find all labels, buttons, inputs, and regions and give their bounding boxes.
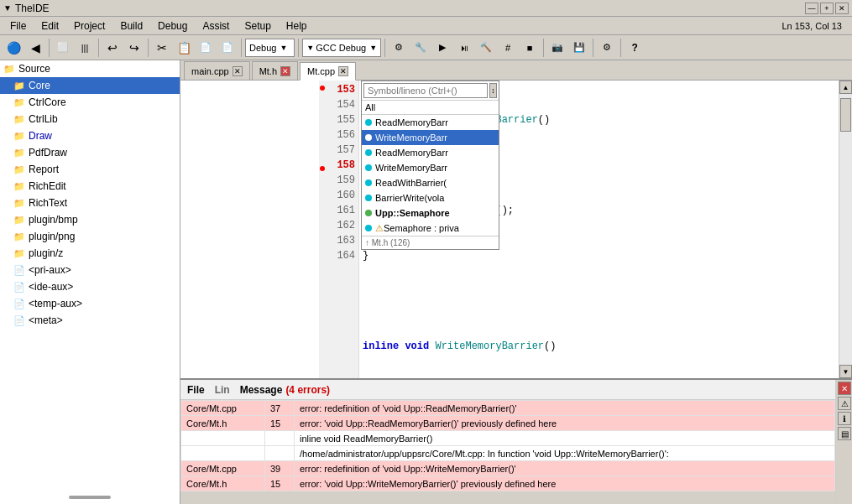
toolbar: 🔵 ◀ ⬜ ||| ↩ ↪ ✂ 📋 📄 📄 Debug ▼ ▼ GCC Debu…: [0, 35, 852, 60]
scroll-up-button[interactable]: ▲: [839, 81, 852, 94]
build-btn-5[interactable]: 🔨: [476, 38, 496, 58]
error-msg-0: error: redefinition of 'void Upp::ReadMe…: [295, 401, 835, 416]
info-file-0: [181, 431, 265, 446]
resize-handle[interactable]: [69, 496, 111, 499]
tree-item-pluginpng[interactable]: 📁 plugin/png: [0, 228, 180, 245]
info-button[interactable]: ℹ: [838, 412, 851, 425]
tree-item-priaux[interactable]: 📄 <pri-aux>: [0, 262, 180, 278]
title-bar-text: TheIDE: [15, 3, 50, 14]
scroll-down-button[interactable]: ▼: [839, 365, 852, 378]
marker-column: [319, 81, 326, 378]
tree-item-richtext[interactable]: 📁 RichText: [0, 195, 180, 211]
info-row-1[interactable]: /home/administrator/upp/uppsrc/Core/Mt.c…: [181, 446, 835, 461]
menu-assist[interactable]: Assist: [196, 18, 236, 34]
tab-mt-cpp[interactable]: Mt.cpp ✕: [300, 62, 356, 81]
tree-item-tempaux[interactable]: 📄 <temp-aux>: [0, 295, 180, 312]
error-row-2[interactable]: Core/Mt.cpp 39 error: redefinition of 'v…: [181, 461, 835, 476]
build-btn-6[interactable]: #: [498, 38, 518, 58]
ac-item-2[interactable]: ReadMemoryBarr: [362, 145, 499, 160]
ac-item-3[interactable]: WriteMemoryBarr: [362, 160, 499, 175]
tab-close-mt-h[interactable]: ✕: [280, 66, 290, 76]
tab-main-cpp[interactable]: main.cpp ✕: [184, 61, 250, 80]
ac-item-1[interactable]: WriteMemoryBarr: [362, 130, 499, 145]
tree-label-pluginbmp: plugin/bmp: [29, 214, 78, 226]
tb-separator-9: [620, 39, 621, 57]
tree-label-draw: Draw: [29, 130, 52, 142]
error-file-0: Core/Mt.cpp: [181, 401, 265, 416]
tab-mt-h[interactable]: Mt.h ✕: [252, 61, 298, 80]
build-btn-2[interactable]: 🔧: [410, 38, 431, 58]
ac-item-semaphore[interactable]: Upp::Semaphore: [362, 205, 499, 221]
line-numbers: 153 154 155 156 157 158 159 160 161 162 …: [326, 81, 359, 378]
info-msg-1: /home/administrator/upp/uppsrc/Core/Mt.c…: [295, 446, 835, 461]
tree-item-pdfdraw[interactable]: 📁 PdfDraw: [0, 144, 180, 161]
scroll-track[interactable]: [839, 94, 852, 365]
menu-build[interactable]: Build: [113, 18, 149, 34]
tree-item-core[interactable]: 📁 Core: [0, 77, 180, 94]
tb-icon-2[interactable]: |||: [75, 38, 95, 58]
build-btn-4[interactable]: ⏯: [454, 38, 474, 58]
menu-help[interactable]: Help: [280, 18, 314, 34]
help-btn[interactable]: ?: [625, 38, 645, 58]
ac-item-0[interactable]: ReadMemoryBarr: [362, 115, 499, 130]
editor-area: ↕ All ReadMemoryBarr WriteMemoryBarr: [180, 81, 852, 378]
build-btn-1[interactable]: ⚙: [389, 38, 409, 58]
undo-button[interactable]: ↩: [102, 38, 123, 58]
tree-item-draw[interactable]: 📁 Draw: [0, 127, 180, 144]
build-btn-7[interactable]: ■: [520, 38, 540, 58]
ac-header: ↕: [362, 81, 499, 101]
gcc-dropdown[interactable]: ▼ GCC Debug ▼: [302, 39, 381, 57]
cut-button[interactable]: ✂: [152, 38, 172, 58]
ac-sort-button[interactable]: ↕: [489, 83, 497, 98]
new-button[interactable]: 🔵: [3, 38, 24, 58]
build-btn-3[interactable]: ▶: [432, 38, 452, 58]
menu-debug[interactable]: Debug: [151, 18, 194, 34]
menu-file[interactable]: File: [3, 18, 33, 34]
menu-setup[interactable]: Setup: [238, 18, 277, 34]
build-btn-8[interactable]: 📷: [547, 38, 567, 58]
tree-item-meta[interactable]: 📄 <meta>: [0, 312, 180, 329]
back-button[interactable]: ◀: [25, 38, 45, 58]
debug-dropdown[interactable]: Debug ▼: [245, 39, 295, 57]
settings-btn[interactable]: ⚙: [597, 38, 617, 58]
tree-item-ctrllib[interactable]: 📁 CtrlLib: [0, 111, 180, 127]
close-button[interactable]: ✕: [835, 3, 849, 14]
tab-close-mt-cpp[interactable]: ✕: [338, 66, 348, 76]
build-btn-9[interactable]: 💾: [569, 38, 589, 58]
menu-project[interactable]: Project: [67, 18, 112, 34]
scroll-thumb[interactable]: [840, 98, 851, 132]
ac-search-input[interactable]: [363, 83, 488, 98]
tb-icon-1[interactable]: ⬜: [53, 38, 73, 58]
warning-button[interactable]: ⚠: [838, 397, 851, 410]
tree-item-pluginbmp[interactable]: 📁 plugin/bmp: [0, 211, 180, 228]
minimize-button[interactable]: —: [805, 3, 818, 14]
filter-button[interactable]: ▤: [838, 427, 851, 440]
paste-button[interactable]: 📄: [196, 38, 216, 58]
tb-icon-3[interactable]: 📄: [217, 38, 238, 58]
error-row-1[interactable]: Core/Mt.h 15 error: 'void Upp::ReadMemor…: [181, 416, 835, 431]
tree-item-pluginz[interactable]: 📁 plugin/z: [0, 245, 180, 262]
richtext-icon: 📁: [13, 198, 25, 209]
error-msg-3: error: 'void Upp::WriteMemoryBarrier()' …: [295, 476, 835, 491]
ac-item-5[interactable]: BarrierWrite(vola: [362, 190, 499, 205]
tree-item-ideaux[interactable]: 📄 <ide-aux>: [0, 278, 180, 295]
maximize-button[interactable]: +: [820, 3, 834, 14]
tree-item-source[interactable]: 📁 Source: [0, 60, 180, 77]
meta-icon: 📄: [13, 315, 25, 326]
tree-item-report[interactable]: 📁 Report: [0, 161, 180, 178]
info-row-0[interactable]: inline void ReadMemoryBarrier(): [181, 431, 835, 446]
tab-close-main-cpp[interactable]: ✕: [233, 66, 243, 76]
tree-item-richedit[interactable]: 📁 RichEdit: [0, 178, 180, 195]
priaux-icon: 📄: [13, 265, 25, 276]
menu-edit[interactable]: Edit: [34, 18, 65, 34]
copy-button[interactable]: 📋: [174, 38, 194, 58]
redo-button[interactable]: ↪: [124, 38, 144, 58]
tree-label-pluginpng: plugin/png: [29, 231, 75, 242]
error-row-0[interactable]: Core/Mt.cpp 37 error: redefinition of 'v…: [181, 401, 835, 416]
tree-item-ctrlcore[interactable]: 📁 CtrlCore: [0, 94, 180, 111]
close-errors-button[interactable]: ✕: [838, 382, 851, 395]
ac-item-4[interactable]: ReadWithBarrier(: [362, 175, 499, 190]
ac-dot-semaphore2: [365, 225, 372, 231]
error-row-3[interactable]: Core/Mt.h 15 error: 'void Upp::WriteMemo…: [181, 476, 835, 491]
ac-item-semaphore2[interactable]: ⚠ Semaphore : priva: [362, 221, 499, 236]
